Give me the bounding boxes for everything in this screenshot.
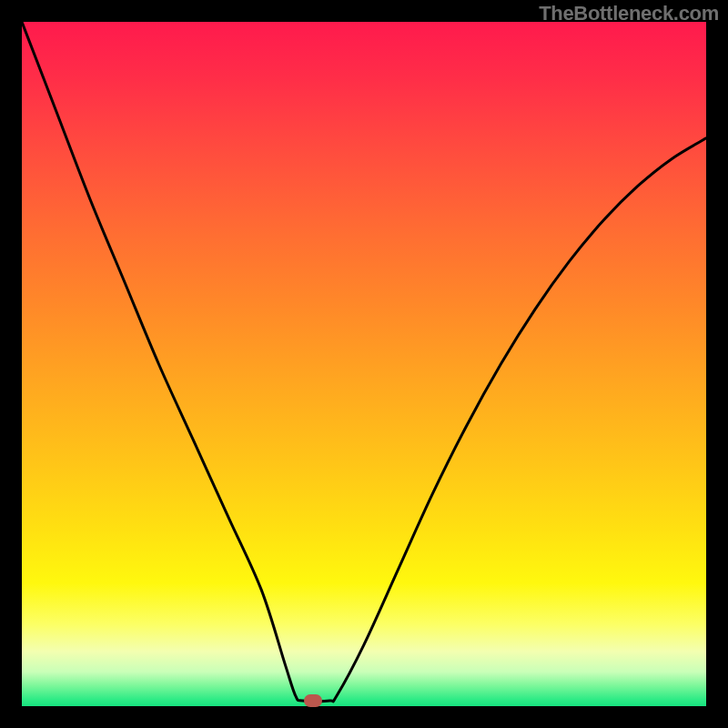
chart-frame: TheBottleneck.com	[0, 0, 728, 728]
bottleneck-curve	[22, 22, 706, 706]
plot-area	[22, 22, 706, 706]
minimum-marker	[304, 694, 322, 707]
watermark-text: TheBottleneck.com	[539, 2, 719, 25]
